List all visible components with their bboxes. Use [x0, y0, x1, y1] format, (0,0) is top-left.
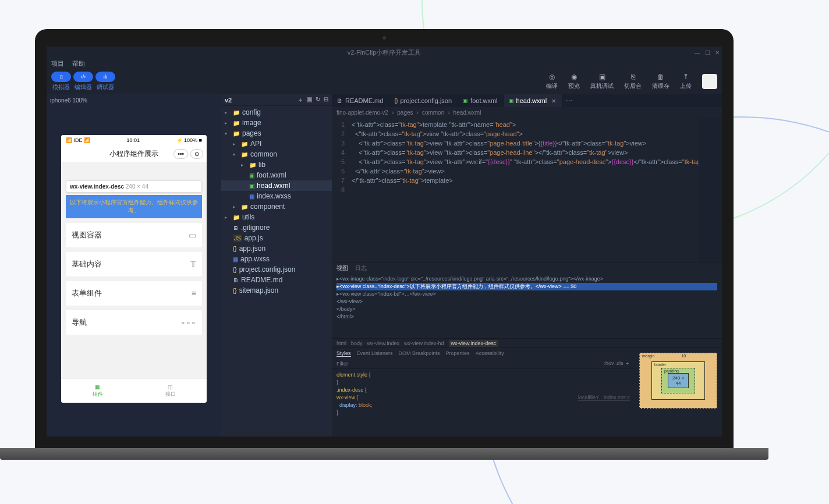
- phone-list-item[interactable]: 表单组件≡: [66, 281, 202, 306]
- inspector-tooltip: wx-view.index-desc 240 × 44: [66, 180, 202, 193]
- tree-file[interactable]: 🗎README.md: [221, 275, 332, 285]
- phone-statusbar: 📶 IDE 📶 10:01 ⚡ 100% ■: [61, 135, 207, 145]
- phone-page-title: 小程序组件展示: [109, 149, 158, 159]
- tree-folder[interactable]: ▸📁lib: [221, 159, 332, 170]
- minimize-icon[interactable]: —: [695, 49, 700, 56]
- styles-tab[interactable]: Styles: [336, 350, 351, 357]
- upload-icon: ⤒: [683, 73, 689, 81]
- styles-tab[interactable]: DOM Breakpoints: [399, 350, 440, 356]
- simulator-panel: iphone6 100% 📶 IDE 📶 10:01 ⚡ 100% ■ 小程序组…: [47, 94, 221, 436]
- tree-file[interactable]: ▣head.wxml: [221, 180, 332, 191]
- code-editor[interactable]: 12345678 <"tk-attr">class="tk-tag">templ…: [332, 118, 722, 262]
- clear-cache-button[interactable]: 🗑清缓存: [652, 73, 669, 90]
- refresh-icon[interactable]: ↻: [316, 96, 320, 104]
- tab-component[interactable]: ▦ 组件: [61, 379, 134, 403]
- background-button[interactable]: ⎘切后台: [624, 73, 642, 90]
- devtools: 视图 日志 ▸<wx-image class="index-logo" src=…: [332, 262, 722, 436]
- tree-folder[interactable]: ▸📁utils: [221, 212, 332, 222]
- laptop-frame: v2-FinClip小程序开发工具 — ☐ ✕ 项目 帮助 ▯ 模拟器: [35, 29, 734, 460]
- code-icon: ‹/›: [81, 74, 86, 80]
- phone-list-item[interactable]: 视图容器▭: [66, 223, 202, 247]
- tree-folder[interactable]: ▸📁component: [221, 201, 332, 212]
- toggle-editor[interactable]: ‹/› 编辑器: [73, 72, 93, 91]
- tab-api[interactable]: ◫ 接口: [134, 379, 207, 403]
- close-icon[interactable]: ✕: [715, 49, 720, 56]
- breadcrumb: fino-applet-demo-v2 › pages › common › h…: [332, 107, 722, 118]
- styles-tab[interactable]: Accessibility: [476, 350, 504, 356]
- tree-file[interactable]: {}app.json: [221, 243, 332, 254]
- tree-file[interactable]: ▦app.wxss: [221, 254, 332, 264]
- compile-button[interactable]: ◎编译: [546, 73, 558, 90]
- tree-folder[interactable]: ▸📁API: [221, 139, 332, 149]
- cube-icon: ◫: [168, 384, 173, 390]
- devtab-view[interactable]: 视图: [336, 264, 348, 272]
- tree-folder[interactable]: ▸📁config: [221, 107, 332, 118]
- new-folder-icon[interactable]: ▣: [307, 96, 312, 104]
- tree-file[interactable]: {}project.config.json: [221, 264, 332, 275]
- tree-file[interactable]: ▦index.wxss: [221, 191, 332, 201]
- styles-tab[interactable]: Properties: [446, 350, 470, 356]
- tree-file[interactable]: 🗎.gitignore: [221, 222, 332, 233]
- phone-list-item[interactable]: 导航∘∘∘: [66, 310, 202, 335]
- remote-debug-button[interactable]: ▣真机调试: [590, 73, 614, 90]
- capsule-close[interactable]: ⊙: [190, 149, 203, 159]
- upload-button[interactable]: ⤒上传: [680, 73, 692, 90]
- user-avatar[interactable]: [702, 74, 717, 89]
- toolbar: ▯ 模拟器 ‹/› 编辑器 ılı 调试器 ◎编译 ◉预览 ▣真机调试: [47, 69, 722, 94]
- phone-icon: ▯: [60, 74, 63, 80]
- dom-breadcrumb[interactable]: htmlbodywx-view.indexwx-view.index-hdwx-…: [332, 338, 722, 347]
- toggle-simulator[interactable]: ▯ 模拟器: [51, 72, 71, 91]
- trash-icon: 🗑: [657, 73, 664, 81]
- ide-window: v2-FinClip小程序开发工具 — ☐ ✕ 项目 帮助 ▯ 模拟器: [47, 47, 722, 436]
- editor-tab[interactable]: {}project.config.json: [389, 94, 458, 107]
- phone-list-item[interactable]: 基础内容𝕋: [66, 252, 202, 276]
- simulator-device-label[interactable]: iphone6 100%: [47, 94, 221, 106]
- window-controls[interactable]: — ☐ ✕: [695, 49, 720, 56]
- phone-preview: 📶 IDE 📶 10:01 ⚡ 100% ■ 小程序组件展示 ••• ⊙: [61, 135, 207, 403]
- preview-button[interactable]: ◉预览: [568, 73, 580, 90]
- editor-area: 🗎README.md{}project.config.json▣foot.wxm…: [332, 94, 722, 436]
- styles-filter-toggles[interactable]: :hov .cls ＋: [604, 360, 630, 367]
- tree-file[interactable]: {}sitemap.json: [221, 285, 332, 296]
- debug-icon: ılı: [103, 74, 107, 80]
- box-model: margin 10 border padding 240 × 44: [635, 348, 722, 436]
- editor-tab[interactable]: ▣foot.wxml: [458, 94, 504, 107]
- phone-tabbar: ▦ 组件 ◫ 接口: [61, 378, 207, 403]
- minimap[interactable]: [699, 118, 722, 262]
- menubar: 项目 帮助: [47, 58, 722, 69]
- editor-tab[interactable]: ▣head.wxml✕: [504, 94, 563, 107]
- tabs-more-icon[interactable]: ⋯: [562, 94, 576, 107]
- phone-navbar: 小程序组件展示 ••• ⊙: [61, 145, 207, 163]
- tree-folder[interactable]: ▾📁common: [221, 149, 332, 159]
- switch-icon: ⎘: [631, 73, 635, 81]
- editor-tab[interactable]: 🗎README.md: [332, 94, 389, 107]
- styles-tab[interactable]: Event Listeners: [357, 350, 393, 356]
- dom-tree[interactable]: ▸<wx-image class="index-logo" src="../re…: [332, 274, 722, 338]
- menu-help[interactable]: 帮助: [72, 59, 85, 68]
- tree-folder[interactable]: ▸📁image: [221, 118, 332, 128]
- tree-file[interactable]: ▣foot.wxml: [221, 170, 332, 180]
- collapse-icon[interactable]: ⊟: [324, 96, 328, 104]
- new-file-icon[interactable]: ＋: [297, 96, 303, 104]
- compile-icon: ◎: [549, 73, 555, 81]
- file-explorer: v2 ＋ ▣ ↻ ⊟ ▸📁config▸📁image▾📁pages▸📁API▾📁…: [221, 94, 332, 436]
- device-icon: ▣: [599, 73, 605, 81]
- capsule-menu[interactable]: •••: [173, 149, 188, 159]
- window-title: v2-FinClip小程序开发工具: [348, 48, 421, 57]
- maximize-icon[interactable]: ☐: [705, 49, 710, 56]
- toggle-debugger[interactable]: ılı 调试器: [95, 72, 115, 91]
- tree-folder[interactable]: ▾📁pages: [221, 128, 332, 139]
- tab-close-icon[interactable]: ✕: [551, 98, 556, 104]
- titlebar: v2-FinClip小程序开发工具 — ☐ ✕: [47, 47, 722, 58]
- editor-tabs: 🗎README.md{}project.config.json▣foot.wxm…: [332, 94, 722, 107]
- eye-icon: ◉: [571, 73, 577, 81]
- menu-project[interactable]: 项目: [51, 59, 64, 68]
- grid-icon: ▦: [95, 384, 100, 390]
- styles-rules[interactable]: element.style {}.index-desc {</span></di…: [332, 369, 635, 436]
- devtab-log[interactable]: 日志: [355, 264, 367, 272]
- project-root-name[interactable]: v2: [225, 97, 232, 104]
- styles-filter-input[interactable]: Filter: [336, 361, 348, 367]
- highlighted-element[interactable]: 以下将展示小程序官方组件能力。组件样式仅供参考。: [66, 195, 202, 218]
- tree-file[interactable]: JSapp.js: [221, 233, 332, 243]
